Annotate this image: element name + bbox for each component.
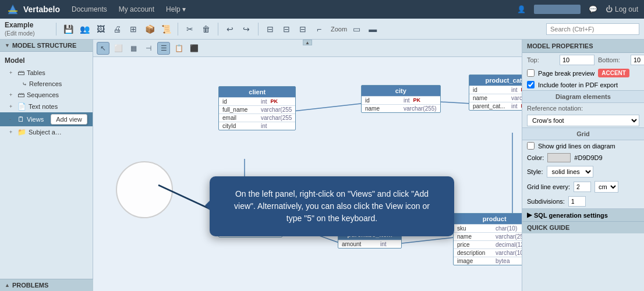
print-button[interactable]: 🖨 <box>110 22 124 36</box>
search-input[interactable] <box>546 23 639 35</box>
corner-button[interactable]: ⌐ <box>312 22 326 36</box>
undo-button[interactable]: ↩ <box>223 22 237 36</box>
page-break-checkbox[interactable] <box>527 69 535 77</box>
zoom-fit-button[interactable]: ▭ <box>349 22 363 36</box>
references-icon: ⤷ <box>22 81 27 87</box>
redo-button[interactable]: ↪ <box>239 22 253 36</box>
include-footer-checkbox[interactable] <box>527 81 535 88</box>
nav-my-account[interactable]: My account <box>119 5 154 13</box>
add-fk-button[interactable]: ⊣ <box>142 42 155 55</box>
add-area-button[interactable]: ⬛ <box>187 42 200 55</box>
top-label: Top: <box>527 56 556 63</box>
expand-views-icon: - <box>9 116 15 122</box>
chat-icon[interactable]: 💬 <box>589 5 597 13</box>
zoom-page-button[interactable]: ▬ <box>366 22 380 36</box>
doc-mode: (Edit mode) <box>5 30 35 37</box>
sequences-label: Sequences <box>27 91 59 98</box>
prod-row-name: namevarchar(255) <box>454 232 522 240</box>
diagram-elements-divider: Diagram elements <box>522 90 644 103</box>
problems-arrow-icon: ▲ <box>5 282 10 288</box>
show-grid-row: Show grid lines on diagram <box>522 140 644 151</box>
align-left-button[interactable]: ⊟ <box>279 22 293 36</box>
style-select[interactable]: solid lines <box>547 166 593 178</box>
sidebar-item-views[interactable]: - 🗒 Views Add view <box>0 112 93 126</box>
sql-gen-label: SQL generation settings <box>534 212 608 219</box>
logout-icon: ⏻ <box>606 5 613 13</box>
top-bottom-row: Top: Bottom: <box>522 53 644 67</box>
svg-point-13 <box>116 162 172 218</box>
expand-tables-icon: + <box>9 70 15 76</box>
sidebar-item-tables[interactable]: + 🗃 Tables <box>0 67 93 79</box>
rect-select-button[interactable]: ⬜ <box>112 42 125 55</box>
export-button[interactable]: 📦 <box>143 22 157 36</box>
show-grid-label: Show grid lines on diagram <box>538 143 615 150</box>
accent-btn[interactable]: ACCENT <box>598 69 629 77</box>
city-row-id: idintPK <box>362 96 440 104</box>
logo: Vertabelo <box>6 2 60 16</box>
collapse-arrow-icon[interactable]: ▼ <box>5 42 10 48</box>
city-table-header: city <box>362 86 440 96</box>
color-value: #D9D9D9 <box>574 154 602 161</box>
zoom-label: Zoom <box>331 26 347 33</box>
bottom-label: Bottom: <box>598 56 627 63</box>
cut-button[interactable]: ✂ <box>183 22 197 36</box>
format-button[interactable]: ⊟ <box>263 22 277 36</box>
tree-area: Model + 🗃 Tables ⤷ References + 🗃 Sequen… <box>0 52 93 291</box>
subject-label: Subject a… <box>29 129 62 136</box>
reference-notation-select[interactable]: Crow's foot <box>527 115 639 126</box>
sql-gen-header[interactable]: ▶ SQL generation settings <box>522 209 644 221</box>
color-label: Color: <box>527 154 544 161</box>
db-table-client[interactable]: client idintPK full_namevarchar(255 emai… <box>218 86 296 130</box>
right-panel: MODEL PROPERTIES Top: Bottom: Page break… <box>522 40 644 291</box>
grid-unit-select[interactable]: cm <box>595 181 618 193</box>
views-label: Views <box>27 116 44 123</box>
delete-button[interactable]: 🗑 <box>199 22 213 36</box>
db-table-city[interactable]: city idintPK namevarchar(255) <box>361 85 441 113</box>
toolbar-bar: Example (Edit mode) 💾 👥 🖼 🖨 ⊞ 📦 📜 ✂ 🗑 ↩ … <box>0 19 644 40</box>
toolbar-sep-1 <box>56 23 56 36</box>
add-view-tool-button[interactable]: ☰ <box>157 42 170 55</box>
add-note-button[interactable]: 📋 <box>172 42 185 55</box>
select-tool-button[interactable]: ↖ <box>97 42 109 55</box>
script-button[interactable]: 📜 <box>159 22 173 36</box>
color-swatch[interactable] <box>547 153 571 162</box>
db-table-product[interactable]: product skuchar(10) namevarchar(255) pri… <box>453 213 522 265</box>
problems-bar[interactable]: ▲ PROBLEMS <box>0 279 93 291</box>
nav-help[interactable]: Help ▾ <box>166 5 186 13</box>
layout-button[interactable]: ⊞ <box>126 22 140 36</box>
canvas-area: ↖ ⬜ ▦ ⊣ ☰ 📋 ⬛ ▲ <box>93 40 522 291</box>
grid-style-row: Style: solid lines <box>522 164 644 179</box>
sql-gen-arrow-icon: ▶ <box>527 211 532 219</box>
page-break-row: Page break preview ACCENT <box>522 67 644 79</box>
save-button[interactable]: 💾 <box>61 22 75 36</box>
sidebar-item-text-notes[interactable]: + 📄 Text notes <box>0 101 93 112</box>
canvas-scroll-indicator[interactable]: ▲ <box>303 40 312 45</box>
sidebar-item-references[interactable]: ⤷ References <box>0 79 93 89</box>
tables-icon: 🗃 <box>17 69 24 77</box>
subdivisions-label: Subdivisions: <box>527 198 565 205</box>
expand-notes-icon: + <box>9 104 15 109</box>
city-row-name: namevarchar(255) <box>362 104 440 112</box>
logout-button[interactable]: ⏻ Log out <box>606 5 638 13</box>
image-button[interactable]: 🖼 <box>94 22 108 36</box>
share-button[interactable]: 👥 <box>77 22 91 36</box>
grid-every-input[interactable] <box>574 182 591 192</box>
add-table-button[interactable]: ▦ <box>127 42 140 55</box>
nav-documents[interactable]: Documents <box>72 5 107 13</box>
db-table-product-category[interactable]: product_category idintPK namevarchar(255… <box>469 74 522 111</box>
model-properties-header: MODEL PROPERTIES <box>522 40 644 53</box>
prod-row-image: imagebytea <box>454 257 522 265</box>
username-field <box>534 5 581 14</box>
product-header: product <box>454 214 522 224</box>
tables-label: Tables <box>27 69 45 76</box>
show-grid-checkbox[interactable] <box>527 142 535 150</box>
user-avatar: 👤 <box>517 5 526 13</box>
include-footer-label: Include footer in PDF export <box>538 81 618 88</box>
bottom-input[interactable] <box>631 55 644 65</box>
top-input[interactable] <box>560 55 595 65</box>
subdivisions-input[interactable] <box>568 196 586 207</box>
sidebar-item-sequences[interactable]: + 🗃 Sequences <box>0 89 93 101</box>
sidebar-item-subject[interactable]: + 📁 Subject a… <box>0 126 93 138</box>
add-view-context-menu[interactable]: Add view <box>51 114 87 125</box>
align-right-button[interactable]: ⊟ <box>296 22 310 36</box>
